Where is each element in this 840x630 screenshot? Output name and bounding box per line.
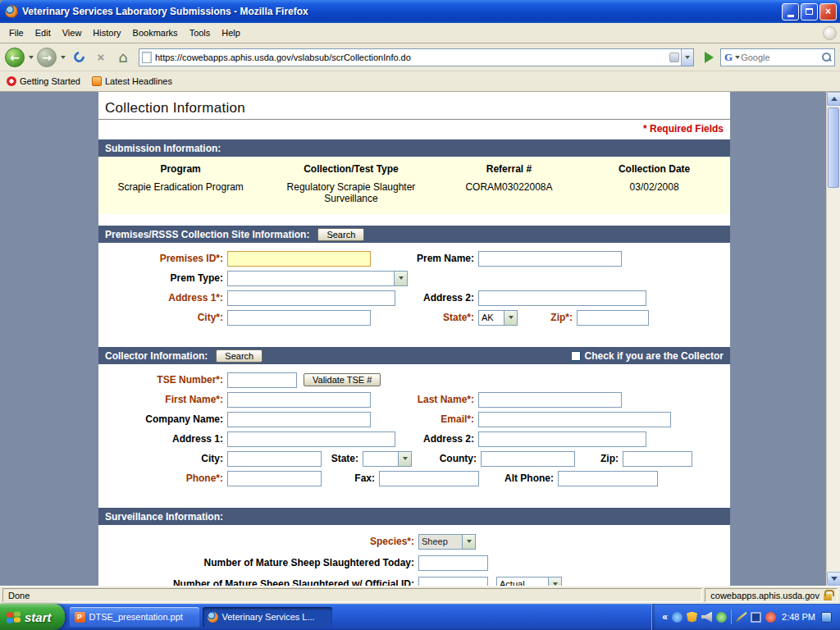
menu-item-file[interactable]: File — [3, 25, 30, 40]
collector-address1-input[interactable] — [227, 431, 395, 447]
go-button[interactable] — [700, 48, 718, 67]
table-header-row: Program Collection/Test Type Referral # … — [98, 160, 730, 178]
reload-button[interactable] — [69, 48, 89, 67]
minimize-button[interactable] — [782, 3, 799, 21]
mature-today-label: Number of Mature Sheep Slaughtered Today… — [98, 557, 418, 568]
collector-city-input[interactable] — [227, 451, 322, 467]
tray-chevron-icon[interactable]: « — [662, 611, 668, 623]
phone-input[interactable] — [227, 471, 322, 486]
submission-referral: CORAM03022008A — [440, 178, 578, 208]
close-button[interactable]: × — [819, 3, 837, 21]
url-history-dropdown[interactable] — [681, 49, 693, 66]
first-name-input[interactable] — [227, 392, 371, 408]
task-button-firefox[interactable]: Veterinary Services L... — [203, 607, 332, 628]
company-name-input[interactable] — [227, 412, 371, 427]
menu-item-view[interactable]: View — [57, 25, 88, 40]
pen-icon[interactable] — [736, 612, 746, 623]
collector-state-select[interactable] — [363, 451, 412, 467]
is-collector-label[interactable]: Check if you are the Collector — [585, 350, 724, 362]
update-icon[interactable] — [716, 612, 727, 623]
antivirus-icon[interactable] — [687, 612, 697, 623]
premises-zip-label: Zip*: — [518, 312, 577, 323]
collector-form: TSE Number*: Validate TSE # First Name*:… — [98, 364, 730, 496]
lock-icon — [824, 594, 832, 600]
menu-item-bookmarks[interactable]: Bookmarks — [127, 25, 184, 40]
count-type-value: Actual — [497, 578, 548, 587]
premises-id-input[interactable] — [227, 251, 371, 267]
is-collector-checkbox[interactable] — [571, 351, 581, 361]
premises-address2-input[interactable] — [478, 290, 646, 306]
column-header-test-type: Collection/Test Type — [262, 160, 440, 178]
collector-address2-input[interactable] — [478, 431, 646, 447]
premises-city-label: City*: — [98, 312, 227, 323]
premises-state-select[interactable]: AK — [478, 310, 518, 326]
fax-input[interactable] — [379, 471, 479, 486]
menu-item-tools[interactable]: Tools — [184, 25, 217, 40]
home-button[interactable]: ⌂ — [113, 48, 133, 67]
last-name-input[interactable] — [478, 392, 622, 408]
prem-type-select[interactable] — [227, 271, 408, 286]
county-input[interactable] — [481, 451, 575, 467]
collector-search-button[interactable]: Search — [216, 349, 262, 363]
forward-dropdown-button[interactable] — [59, 48, 66, 67]
mature-today-input[interactable] — [418, 555, 488, 571]
count-type-select[interactable]: Actual — [496, 577, 562, 587]
mature-official-id-label: Number of Mature Sheep Slaughtered w/ Of… — [98, 578, 418, 586]
premises-search-button[interactable]: Search — [317, 228, 364, 241]
collector-zip-input[interactable] — [623, 451, 692, 467]
feed-icon[interactable] — [669, 52, 679, 62]
collector-zip-label: Zip: — [575, 453, 623, 464]
tray-separator — [731, 609, 732, 624]
window-title: Veterinary Services Laboratory Submissio… — [22, 6, 782, 17]
alert-icon[interactable] — [765, 612, 776, 623]
url-input[interactable] — [152, 52, 669, 62]
chevron-up-icon — [831, 97, 838, 101]
menu-item-history[interactable]: History — [87, 25, 126, 40]
volume-icon[interactable] — [701, 612, 712, 623]
scroll-up-button[interactable] — [827, 92, 840, 106]
bookmark-latest-headlines[interactable]: Latest Headlines — [92, 76, 172, 86]
go-icon — [705, 52, 714, 63]
email-input[interactable] — [478, 412, 671, 427]
search-engine-icon[interactable]: G — [724, 51, 733, 64]
premises-city-input[interactable] — [227, 310, 371, 326]
tse-number-input[interactable] — [227, 372, 297, 388]
page-content: Collection Information * Required Fields… — [98, 92, 730, 586]
bookmark-getting-started[interactable]: Getting Started — [7, 76, 80, 86]
network-icon[interactable] — [751, 612, 761, 623]
system-tray: « 2:48 PM — [651, 604, 840, 630]
bookmarks-toolbar: Getting Started Latest Headlines — [0, 71, 840, 92]
menu-item-help[interactable]: Help — [216, 25, 246, 40]
back-dropdown-button[interactable] — [27, 48, 34, 67]
firefox-icon — [5, 5, 18, 18]
premises-address1-label: Address 1*: — [98, 292, 227, 304]
search-engine-dropdown[interactable] — [733, 48, 741, 67]
alt-phone-input[interactable] — [558, 471, 658, 486]
remove-hardware-icon[interactable] — [821, 612, 832, 623]
prem-name-input[interactable] — [478, 251, 622, 267]
page-title: Collection Information — [98, 92, 730, 119]
search-icon[interactable] — [821, 52, 832, 62]
messenger-icon[interactable] — [672, 612, 682, 623]
back-button[interactable]: ← — [5, 48, 25, 67]
scroll-down-button[interactable] — [827, 572, 840, 586]
firefox-icon — [208, 612, 218, 623]
mature-official-id-input[interactable] — [418, 577, 488, 587]
collector-state-value — [363, 452, 398, 466]
chevron-down-icon — [504, 311, 517, 325]
forward-button[interactable]: → — [37, 48, 57, 67]
vertical-scrollbar[interactable] — [826, 92, 840, 586]
menu-item-edit[interactable]: Edit — [30, 25, 57, 40]
search-input[interactable] — [741, 52, 821, 62]
restore-button[interactable] — [801, 3, 818, 21]
stop-button[interactable]: × — [91, 48, 111, 67]
scrollbar-thumb[interactable] — [828, 107, 839, 188]
species-select[interactable]: Sheep — [418, 534, 476, 550]
premises-address1-input[interactable] — [227, 290, 395, 306]
site-security-panel: cowebapps.aphis.usda.gov — [705, 588, 838, 602]
validate-tse-button[interactable]: Validate TSE # — [304, 373, 381, 386]
task-button-powerpoint[interactable]: P DTSE_presentation.ppt — [70, 607, 199, 628]
start-button[interactable]: start — [0, 604, 65, 630]
premises-zip-input[interactable] — [577, 310, 649, 326]
submission-collection-date: 03/02/2008 — [578, 178, 730, 208]
